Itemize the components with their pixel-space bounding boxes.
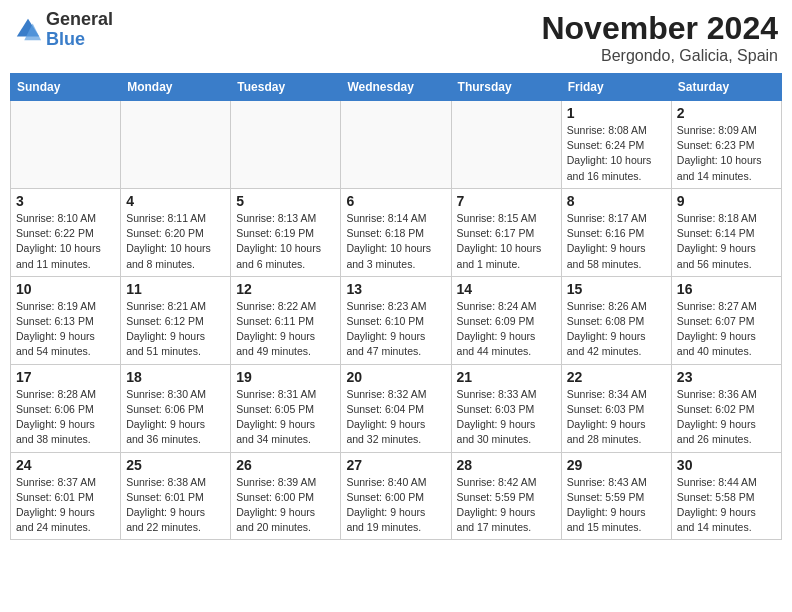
day-info: Sunrise: 8:09 AMSunset: 6:23 PMDaylight:… bbox=[677, 123, 776, 184]
col-sunday: Sunday bbox=[11, 74, 121, 101]
calendar-cell: 19Sunrise: 8:31 AMSunset: 6:05 PMDayligh… bbox=[231, 364, 341, 452]
calendar-cell: 28Sunrise: 8:42 AMSunset: 5:59 PMDayligh… bbox=[451, 452, 561, 540]
day-number: 24 bbox=[16, 457, 115, 473]
day-number: 13 bbox=[346, 281, 445, 297]
day-number: 22 bbox=[567, 369, 666, 385]
calendar-cell: 25Sunrise: 8:38 AMSunset: 6:01 PMDayligh… bbox=[121, 452, 231, 540]
day-info: Sunrise: 8:32 AMSunset: 6:04 PMDaylight:… bbox=[346, 387, 445, 448]
calendar-week-2: 10Sunrise: 8:19 AMSunset: 6:13 PMDayligh… bbox=[11, 276, 782, 364]
calendar-cell: 24Sunrise: 8:37 AMSunset: 6:01 PMDayligh… bbox=[11, 452, 121, 540]
day-number: 6 bbox=[346, 193, 445, 209]
day-number: 7 bbox=[457, 193, 556, 209]
calendar-cell bbox=[451, 101, 561, 189]
day-number: 21 bbox=[457, 369, 556, 385]
day-info: Sunrise: 8:17 AMSunset: 6:16 PMDaylight:… bbox=[567, 211, 666, 272]
col-monday: Monday bbox=[121, 74, 231, 101]
day-number: 10 bbox=[16, 281, 115, 297]
day-info: Sunrise: 8:28 AMSunset: 6:06 PMDaylight:… bbox=[16, 387, 115, 448]
day-number: 28 bbox=[457, 457, 556, 473]
calendar-cell: 5Sunrise: 8:13 AMSunset: 6:19 PMDaylight… bbox=[231, 188, 341, 276]
calendar-week-1: 3Sunrise: 8:10 AMSunset: 6:22 PMDaylight… bbox=[11, 188, 782, 276]
day-number: 9 bbox=[677, 193, 776, 209]
day-info: Sunrise: 8:11 AMSunset: 6:20 PMDaylight:… bbox=[126, 211, 225, 272]
calendar-cell: 12Sunrise: 8:22 AMSunset: 6:11 PMDayligh… bbox=[231, 276, 341, 364]
calendar-cell: 30Sunrise: 8:44 AMSunset: 5:58 PMDayligh… bbox=[671, 452, 781, 540]
calendar-cell: 21Sunrise: 8:33 AMSunset: 6:03 PMDayligh… bbox=[451, 364, 561, 452]
calendar-cell: 1Sunrise: 8:08 AMSunset: 6:24 PMDaylight… bbox=[561, 101, 671, 189]
day-info: Sunrise: 8:23 AMSunset: 6:10 PMDaylight:… bbox=[346, 299, 445, 360]
logo-blue-text: Blue bbox=[46, 29, 85, 49]
calendar-cell: 13Sunrise: 8:23 AMSunset: 6:10 PMDayligh… bbox=[341, 276, 451, 364]
month-title: November 2024 bbox=[541, 10, 778, 47]
logo-icon bbox=[14, 16, 42, 44]
day-info: Sunrise: 8:19 AMSunset: 6:13 PMDaylight:… bbox=[16, 299, 115, 360]
calendar-cell: 26Sunrise: 8:39 AMSunset: 6:00 PMDayligh… bbox=[231, 452, 341, 540]
logo: General Blue bbox=[14, 10, 113, 50]
day-info: Sunrise: 8:10 AMSunset: 6:22 PMDaylight:… bbox=[16, 211, 115, 272]
day-info: Sunrise: 8:08 AMSunset: 6:24 PMDaylight:… bbox=[567, 123, 666, 184]
day-number: 1 bbox=[567, 105, 666, 121]
calendar-cell: 6Sunrise: 8:14 AMSunset: 6:18 PMDaylight… bbox=[341, 188, 451, 276]
calendar: Sunday Monday Tuesday Wednesday Thursday… bbox=[10, 73, 782, 540]
calendar-cell: 4Sunrise: 8:11 AMSunset: 6:20 PMDaylight… bbox=[121, 188, 231, 276]
calendar-cell: 11Sunrise: 8:21 AMSunset: 6:12 PMDayligh… bbox=[121, 276, 231, 364]
day-number: 25 bbox=[126, 457, 225, 473]
header: General Blue November 2024 Bergondo, Gal… bbox=[10, 10, 782, 65]
calendar-cell: 7Sunrise: 8:15 AMSunset: 6:17 PMDaylight… bbox=[451, 188, 561, 276]
day-info: Sunrise: 8:31 AMSunset: 6:05 PMDaylight:… bbox=[236, 387, 335, 448]
day-info: Sunrise: 8:21 AMSunset: 6:12 PMDaylight:… bbox=[126, 299, 225, 360]
day-info: Sunrise: 8:37 AMSunset: 6:01 PMDaylight:… bbox=[16, 475, 115, 536]
day-number: 4 bbox=[126, 193, 225, 209]
day-number: 3 bbox=[16, 193, 115, 209]
calendar-week-3: 17Sunrise: 8:28 AMSunset: 6:06 PMDayligh… bbox=[11, 364, 782, 452]
day-number: 27 bbox=[346, 457, 445, 473]
col-wednesday: Wednesday bbox=[341, 74, 451, 101]
day-number: 5 bbox=[236, 193, 335, 209]
day-number: 20 bbox=[346, 369, 445, 385]
calendar-cell bbox=[231, 101, 341, 189]
calendar-cell: 2Sunrise: 8:09 AMSunset: 6:23 PMDaylight… bbox=[671, 101, 781, 189]
day-number: 26 bbox=[236, 457, 335, 473]
day-number: 17 bbox=[16, 369, 115, 385]
day-info: Sunrise: 8:26 AMSunset: 6:08 PMDaylight:… bbox=[567, 299, 666, 360]
calendar-cell: 8Sunrise: 8:17 AMSunset: 6:16 PMDaylight… bbox=[561, 188, 671, 276]
day-number: 16 bbox=[677, 281, 776, 297]
day-info: Sunrise: 8:44 AMSunset: 5:58 PMDaylight:… bbox=[677, 475, 776, 536]
day-number: 19 bbox=[236, 369, 335, 385]
day-info: Sunrise: 8:43 AMSunset: 5:59 PMDaylight:… bbox=[567, 475, 666, 536]
location: Bergondo, Galicia, Spain bbox=[541, 47, 778, 65]
col-tuesday: Tuesday bbox=[231, 74, 341, 101]
day-number: 29 bbox=[567, 457, 666, 473]
title-area: November 2024 Bergondo, Galicia, Spain bbox=[541, 10, 778, 65]
calendar-cell: 14Sunrise: 8:24 AMSunset: 6:09 PMDayligh… bbox=[451, 276, 561, 364]
col-saturday: Saturday bbox=[671, 74, 781, 101]
day-number: 14 bbox=[457, 281, 556, 297]
day-info: Sunrise: 8:40 AMSunset: 6:00 PMDaylight:… bbox=[346, 475, 445, 536]
day-info: Sunrise: 8:38 AMSunset: 6:01 PMDaylight:… bbox=[126, 475, 225, 536]
day-info: Sunrise: 8:24 AMSunset: 6:09 PMDaylight:… bbox=[457, 299, 556, 360]
calendar-header-row: Sunday Monday Tuesday Wednesday Thursday… bbox=[11, 74, 782, 101]
calendar-cell: 10Sunrise: 8:19 AMSunset: 6:13 PMDayligh… bbox=[11, 276, 121, 364]
calendar-cell: 20Sunrise: 8:32 AMSunset: 6:04 PMDayligh… bbox=[341, 364, 451, 452]
calendar-cell bbox=[341, 101, 451, 189]
calendar-cell: 16Sunrise: 8:27 AMSunset: 6:07 PMDayligh… bbox=[671, 276, 781, 364]
calendar-week-4: 24Sunrise: 8:37 AMSunset: 6:01 PMDayligh… bbox=[11, 452, 782, 540]
calendar-cell: 18Sunrise: 8:30 AMSunset: 6:06 PMDayligh… bbox=[121, 364, 231, 452]
day-info: Sunrise: 8:36 AMSunset: 6:02 PMDaylight:… bbox=[677, 387, 776, 448]
day-info: Sunrise: 8:22 AMSunset: 6:11 PMDaylight:… bbox=[236, 299, 335, 360]
calendar-cell: 27Sunrise: 8:40 AMSunset: 6:00 PMDayligh… bbox=[341, 452, 451, 540]
col-thursday: Thursday bbox=[451, 74, 561, 101]
calendar-week-0: 1Sunrise: 8:08 AMSunset: 6:24 PMDaylight… bbox=[11, 101, 782, 189]
day-number: 23 bbox=[677, 369, 776, 385]
calendar-cell bbox=[121, 101, 231, 189]
day-number: 8 bbox=[567, 193, 666, 209]
col-friday: Friday bbox=[561, 74, 671, 101]
day-number: 2 bbox=[677, 105, 776, 121]
calendar-cell: 22Sunrise: 8:34 AMSunset: 6:03 PMDayligh… bbox=[561, 364, 671, 452]
logo-general-text: General bbox=[46, 9, 113, 29]
day-number: 11 bbox=[126, 281, 225, 297]
calendar-cell: 9Sunrise: 8:18 AMSunset: 6:14 PMDaylight… bbox=[671, 188, 781, 276]
day-info: Sunrise: 8:15 AMSunset: 6:17 PMDaylight:… bbox=[457, 211, 556, 272]
day-number: 15 bbox=[567, 281, 666, 297]
calendar-cell: 17Sunrise: 8:28 AMSunset: 6:06 PMDayligh… bbox=[11, 364, 121, 452]
